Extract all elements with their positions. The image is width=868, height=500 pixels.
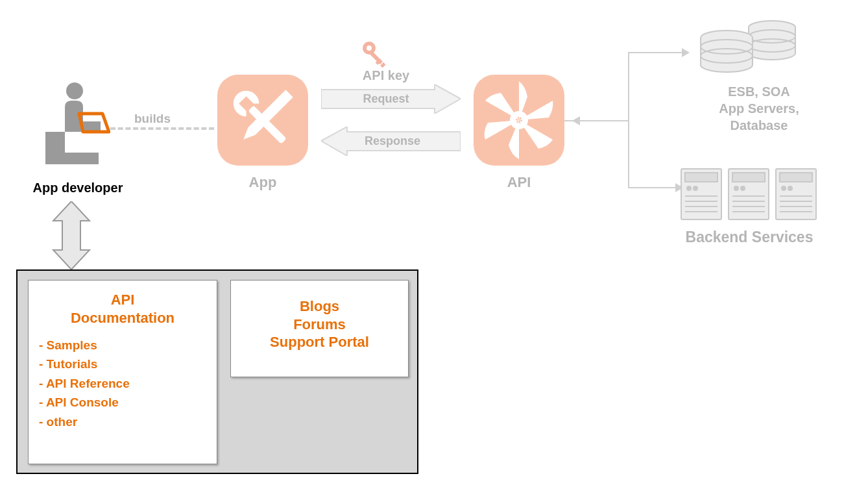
- app-label: App: [217, 174, 308, 191]
- community-line: Support Portal: [270, 334, 369, 350]
- community-line: Blogs: [300, 298, 339, 314]
- servers-icon: [678, 166, 821, 224]
- key-icon: [360, 39, 389, 68]
- api-doc-title-line1: API: [111, 292, 135, 308]
- community-line: Forums: [293, 316, 346, 332]
- request-label: Request: [337, 92, 435, 106]
- api-key-label: API key: [344, 68, 428, 83]
- svg-point-24: [693, 186, 697, 190]
- backend-top-label: ESB, SOA App Servers, Database: [688, 83, 830, 134]
- backend-line: Database: [730, 118, 788, 132]
- api-documentation-card: API Documentation - Samples - Tutorials …: [28, 280, 217, 464]
- svg-rect-38: [780, 173, 812, 182]
- svg-point-31: [734, 186, 738, 190]
- svg-point-8: [367, 45, 372, 51]
- community-card: Blogs Forums Support Portal: [230, 280, 409, 377]
- response-label: Response: [344, 134, 441, 148]
- developer-portal-container: API Documentation - Samples - Tutorials …: [16, 269, 418, 474]
- connector: [628, 187, 677, 188]
- list-item: - Tutorials: [39, 355, 206, 373]
- svg-rect-22: [685, 173, 717, 182]
- builds-label: builds: [127, 112, 178, 126]
- builds-connector: [110, 127, 214, 130]
- api-doc-title-line2: Documentation: [71, 310, 175, 326]
- list-item: - API Console: [39, 393, 206, 412]
- developer-icon: [39, 81, 110, 166]
- database-icon: [688, 19, 817, 75]
- api-icon: [474, 75, 564, 166]
- api-doc-list: - Samples - Tutorials - API Reference - …: [39, 336, 206, 431]
- svg-point-23: [687, 186, 691, 190]
- developer-label: App developer: [26, 181, 130, 195]
- list-item: - API Reference: [39, 374, 206, 393]
- list-item: - other: [39, 412, 206, 431]
- connector: [628, 52, 683, 53]
- backend-line: App Servers,: [719, 101, 799, 116]
- svg-marker-14: [53, 201, 90, 269]
- api-doc-title: API Documentation: [39, 291, 206, 327]
- svg-point-32: [741, 186, 745, 190]
- svg-point-40: [788, 186, 792, 190]
- svg-point-0: [66, 82, 83, 99]
- svg-point-39: [782, 186, 786, 190]
- backend-line: ESB, SOA: [728, 84, 790, 99]
- connector: [628, 52, 629, 188]
- list-item: - Samples: [39, 336, 206, 355]
- developer-portal-arrow: [52, 201, 91, 269]
- app-icon: [217, 75, 308, 166]
- backend-services-label: Backend Services: [662, 229, 837, 246]
- svg-rect-30: [732, 173, 765, 182]
- community-lines: Blogs Forums Support Portal: [241, 297, 398, 351]
- arrowhead-icon: [572, 116, 580, 125]
- api-label: API: [474, 174, 564, 191]
